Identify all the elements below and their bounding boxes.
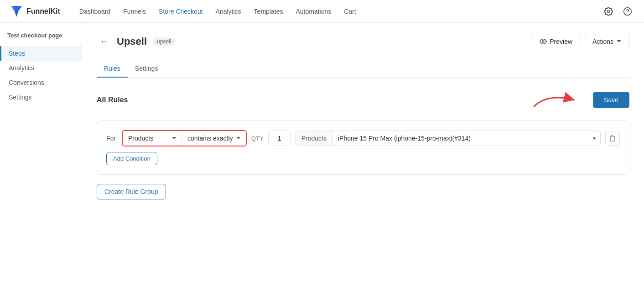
eye-icon bbox=[540, 38, 547, 45]
product-label-inner: Products bbox=[296, 131, 332, 146]
sidebar-item-settings-label: Settings bbox=[9, 94, 32, 101]
nav-cart[interactable]: Cart bbox=[338, 5, 361, 18]
gear-icon bbox=[604, 7, 613, 16]
tab-rules[interactable]: Rules bbox=[97, 60, 128, 78]
sidebar-item-conversions[interactable]: Conversions bbox=[0, 75, 82, 90]
settings-icon-button[interactable] bbox=[601, 4, 616, 19]
sidebar: Test checkout page Steps Analytics Conve… bbox=[0, 23, 82, 298]
nav-links: Dashboard Funnels Store Checkout Analyti… bbox=[74, 5, 601, 18]
preview-button[interactable]: Preview bbox=[532, 34, 580, 49]
page-badge: upsell bbox=[152, 37, 176, 46]
section-title: All Rules bbox=[97, 96, 128, 104]
delete-rule-button[interactable] bbox=[605, 131, 620, 146]
select-group-highlighted: Products contains exactly bbox=[122, 130, 247, 146]
rule-row: For Products contains exactly QTY Produc… bbox=[106, 130, 620, 146]
save-button[interactable]: Save bbox=[593, 92, 629, 108]
content-header: All Rules Save bbox=[97, 89, 629, 111]
logo-text: FunnelKit bbox=[26, 7, 60, 16]
tab-settings[interactable]: Settings bbox=[128, 60, 166, 78]
page-header-left: ← Upsell upsell bbox=[97, 34, 176, 49]
trash-icon bbox=[609, 135, 616, 142]
nav-templates[interactable]: Templates bbox=[249, 5, 289, 18]
products-select[interactable]: Products bbox=[123, 131, 182, 146]
funnelkit-logo-icon bbox=[9, 4, 24, 19]
add-condition-button[interactable]: Add Condition bbox=[106, 152, 157, 165]
actions-button[interactable]: Actions bbox=[585, 34, 629, 49]
nav-funnels[interactable]: Funnels bbox=[118, 5, 151, 18]
tabs: Rules Settings bbox=[97, 60, 629, 78]
product-chevron-icon[interactable]: ▾ bbox=[588, 131, 600, 145]
preview-label: Preview bbox=[550, 38, 572, 45]
page-header: ← Upsell upsell Preview Actions bbox=[97, 34, 629, 49]
svg-point-6 bbox=[542, 41, 544, 42]
rule-group: For Products contains exactly QTY Produc… bbox=[97, 120, 629, 175]
nav-right bbox=[601, 4, 635, 19]
help-icon bbox=[623, 7, 632, 16]
sidebar-item-steps[interactable]: Steps bbox=[0, 46, 82, 61]
page-header-right: Preview Actions bbox=[532, 34, 629, 49]
sidebar-item-analytics-label: Analytics bbox=[9, 64, 34, 72]
chevron-down-icon bbox=[616, 39, 622, 44]
logo[interactable]: FunnelKit bbox=[9, 4, 60, 19]
condition-select[interactable]: contains exactly bbox=[182, 131, 246, 146]
svg-point-3 bbox=[608, 10, 610, 12]
sidebar-header: Test checkout page bbox=[0, 32, 82, 46]
page-title: Upsell bbox=[117, 36, 147, 47]
back-arrow-icon: ← bbox=[100, 37, 108, 47]
actions-label: Actions bbox=[592, 38, 613, 45]
sidebar-item-settings[interactable]: Settings bbox=[0, 90, 82, 105]
product-selector[interactable]: Products iPhone 15 Pro Max (iphone-15-pr… bbox=[296, 131, 601, 146]
help-icon-button[interactable] bbox=[620, 4, 635, 19]
back-button[interactable]: ← bbox=[97, 34, 111, 49]
svg-marker-1 bbox=[15, 11, 18, 17]
create-rule-group-button[interactable]: Create Rule Group bbox=[97, 184, 166, 199]
arrow-wrapper bbox=[128, 89, 593, 111]
main-content: ← Upsell upsell Preview Actions bbox=[82, 23, 644, 298]
annotation-arrow bbox=[529, 89, 584, 111]
product-value: iPhone 15 Pro Max (iphone-15-pro-max)(#3… bbox=[332, 131, 588, 146]
sidebar-item-steps-label: Steps bbox=[9, 50, 25, 57]
sidebar-item-analytics[interactable]: Analytics bbox=[0, 61, 82, 75]
sidebar-item-conversions-label: Conversions bbox=[9, 79, 44, 86]
nav-automations[interactable]: Automations bbox=[290, 5, 337, 18]
nav-dashboard[interactable]: Dashboard bbox=[74, 5, 116, 18]
qty-input[interactable] bbox=[268, 131, 291, 146]
for-label: For bbox=[106, 135, 117, 142]
nav-analytics[interactable]: Analytics bbox=[210, 5, 247, 18]
qty-label: QTY bbox=[251, 135, 264, 142]
nav-store-checkout[interactable]: Store Checkout bbox=[153, 5, 208, 18]
